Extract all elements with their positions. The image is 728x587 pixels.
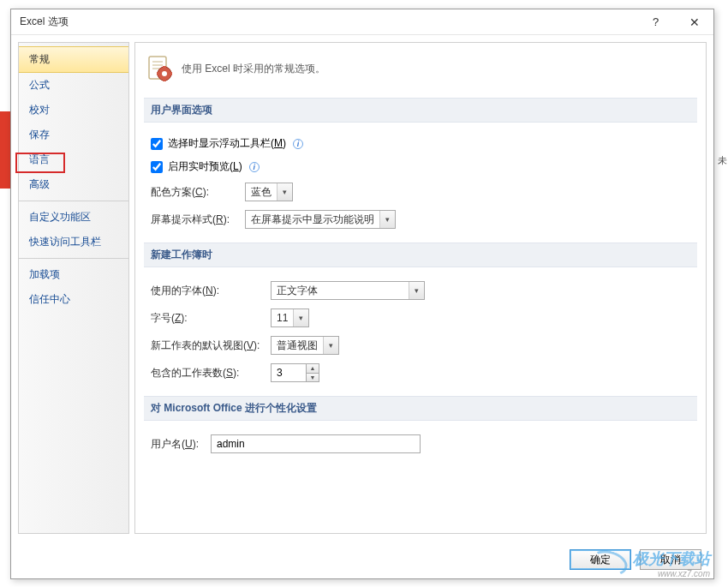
titlebar-buttons: ? ✕ <box>636 9 713 35</box>
live-preview-row: 启用实时预览(L) i <box>151 159 690 174</box>
ok-button[interactable]: 确定 <box>570 549 631 570</box>
color-scheme-label: 配色方案(C): <box>151 185 236 200</box>
dialog-body: 常规 公式 校对 保存 语言 高级 自定义功能区 快速访问工具栏 加载项 信任中… <box>11 35 713 541</box>
color-scheme-value: 蓝色 <box>246 185 277 200</box>
screentip-label: 屏幕提示样式(R): <box>151 213 236 227</box>
section-personalize-title: 对 Microsoft Office 进行个性化设置 <box>144 396 697 421</box>
options-icon <box>146 55 173 82</box>
sheet-count-spinner[interactable]: ▲ ▼ <box>271 363 319 382</box>
screentip-value: 在屏幕提示中显示功能说明 <box>246 213 379 227</box>
mini-toolbar-row: 选择时显示浮动工具栏(M) i <box>151 136 690 151</box>
dialog-footer: 确定 取消 极光下载站 www.xz7.com <box>11 541 713 578</box>
sidebar-item-general[interactable]: 常规 <box>19 46 128 73</box>
chevron-down-icon[interactable]: ▾ <box>293 309 308 326</box>
section-new-workbook: 使用的字体(N): 正文字体 ▾ 字号(Z): 11 ▾ 新工作表的默认视图(V… <box>144 274 697 389</box>
font-size-combo[interactable]: 11 ▾ <box>271 308 309 327</box>
section-ui-options-title: 用户界面选项 <box>144 98 697 123</box>
svg-rect-7 <box>163 79 166 81</box>
color-scheme-row: 配色方案(C): 蓝色 ▾ <box>151 183 690 201</box>
close-button[interactable]: ✕ <box>675 9 713 35</box>
sidebar-item-quick-access[interactable]: 快速访问工具栏 <box>19 230 128 255</box>
default-view-label: 新工作表的默认视图(V): <box>151 338 262 353</box>
info-icon-2[interactable]: i <box>249 162 260 172</box>
section-ui-options: 选择时显示浮动工具栏(M) i 启用实时预览(L) i 配色方案(C): 蓝色 … <box>144 129 697 236</box>
chevron-down-icon[interactable]: ▾ <box>379 211 395 228</box>
font-value: 正文字体 <box>272 284 409 298</box>
sidebar-item-save[interactable]: 保存 <box>19 123 128 147</box>
live-preview-checkbox[interactable] <box>151 161 163 173</box>
font-size-row: 字号(Z): 11 ▾ <box>151 308 690 327</box>
info-icon[interactable]: i <box>293 139 303 149</box>
svg-rect-8 <box>157 72 159 75</box>
spinner-down-icon[interactable]: ▼ <box>306 373 319 383</box>
content-header: 使用 Excel 时采用的常规选项。 <box>144 51 697 91</box>
font-size-value: 11 <box>272 312 293 324</box>
username-row: 用户名(U): <box>151 434 690 453</box>
sidebar-item-formulas[interactable]: 公式 <box>19 73 128 98</box>
screentip-combo[interactable]: 在屏幕提示中显示功能说明 ▾ <box>245 210 396 229</box>
background-column-label: 未 <box>716 154 728 167</box>
window-title: Excel 选项 <box>20 15 636 29</box>
sidebar-item-addins[interactable]: 加载项 <box>19 262 128 287</box>
screentip-row: 屏幕提示样式(R): 在屏幕提示中显示功能说明 ▾ <box>151 210 690 229</box>
svg-rect-9 <box>170 72 172 75</box>
sidebar-item-customize-ribbon[interactable]: 自定义功能区 <box>19 205 128 230</box>
sidebar-item-language[interactable]: 语言 <box>19 147 128 172</box>
sidebar-divider <box>19 201 128 201</box>
font-row: 使用的字体(N): 正文字体 ▾ <box>151 281 690 300</box>
sidebar-divider-2 <box>19 258 128 259</box>
font-combo[interactable]: 正文字体 ▾ <box>271 281 425 300</box>
chevron-down-icon[interactable]: ▾ <box>277 183 292 201</box>
titlebar: Excel 选项 ? ✕ <box>11 9 713 35</box>
mini-toolbar-label[interactable]: 选择时显示浮动工具栏(M) <box>168 136 286 151</box>
live-preview-label[interactable]: 启用实时预览(L) <box>168 159 242 174</box>
section-personalize: 用户名(U): <box>144 428 697 460</box>
font-label: 使用的字体(N): <box>151 284 262 298</box>
default-view-combo[interactable]: 普通视图 ▾ <box>271 336 339 355</box>
mini-toolbar-checkbox[interactable] <box>151 138 163 150</box>
watermark-sub: www.xz7.com <box>633 569 710 578</box>
sidebar-item-advanced[interactable]: 高级 <box>19 172 128 197</box>
sheet-count-row: 包含的工作表数(S): ▲ ▼ <box>151 363 690 382</box>
chevron-down-icon[interactable]: ▾ <box>409 282 424 299</box>
color-scheme-combo[interactable]: 蓝色 ▾ <box>245 183 293 201</box>
excel-options-dialog: Excel 选项 ? ✕ 常规 公式 校对 保存 语言 高级 自定义功能区 快速… <box>10 9 714 579</box>
svg-point-5 <box>162 71 167 76</box>
chevron-down-icon[interactable]: ▾ <box>323 337 338 354</box>
cancel-button[interactable]: 取消 <box>640 549 701 570</box>
username-label: 用户名(U): <box>151 437 202 452</box>
username-input[interactable] <box>211 434 421 453</box>
section-new-workbook-title: 新建工作簿时 <box>144 243 697 267</box>
content-panel: 使用 Excel 时采用的常规选项。 用户界面选项 选择时显示浮动工具栏(M) … <box>134 42 707 534</box>
sheet-count-input[interactable] <box>271 363 307 382</box>
background-stripe <box>0 111 10 189</box>
default-view-row: 新工作表的默认视图(V): 普通视图 ▾ <box>151 336 690 355</box>
spinner-up-icon[interactable]: ▲ <box>306 363 319 373</box>
content-header-text: 使用 Excel 时采用的常规选项。 <box>182 62 325 76</box>
sheet-count-label: 包含的工作表数(S): <box>151 366 262 380</box>
help-button[interactable]: ? <box>636 9 675 35</box>
sidebar-item-proofing[interactable]: 校对 <box>19 98 128 123</box>
svg-rect-6 <box>163 66 166 69</box>
sidebar-item-trust-center[interactable]: 信任中心 <box>19 287 128 312</box>
sidebar: 常规 公式 校对 保存 语言 高级 自定义功能区 快速访问工具栏 加载项 信任中… <box>18 42 129 534</box>
default-view-value: 普通视图 <box>272 338 323 353</box>
font-size-label: 字号(Z): <box>151 311 262 326</box>
